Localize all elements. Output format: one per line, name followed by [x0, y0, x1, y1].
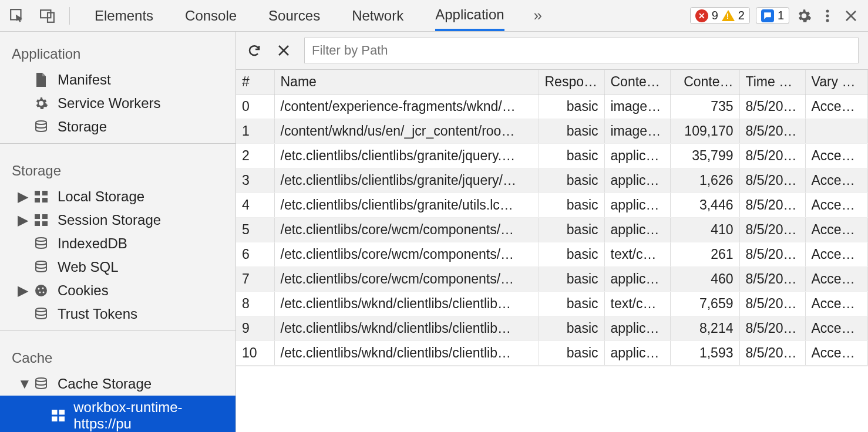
cell-response: basic [539, 292, 604, 316]
cell-content-type: applic… [604, 316, 670, 341]
cell-name: /etc.clientlibs/clientlibs/granite/jquer… [274, 144, 539, 168]
cell-index: 7 [236, 267, 274, 292]
sidebar-item-websql[interactable]: Web SQL [0, 255, 235, 279]
sidebar-item-indexeddb[interactable]: IndexedDB [0, 232, 235, 255]
settings-icon[interactable] [795, 7, 813, 25]
collapse-arrow-icon[interactable]: ▼ [18, 376, 25, 392]
col-content-length[interactable]: Conte… [670, 70, 739, 95]
svg-point-15 [36, 238, 46, 241]
more-options-icon[interactable] [819, 7, 836, 25]
application-sidebar: Application Manifest Service Workers Sto… [0, 32, 236, 432]
refresh-icon[interactable] [245, 42, 263, 59]
tab-application[interactable]: Application [435, 0, 504, 31]
cell-content-type: applic… [604, 193, 670, 218]
svg-rect-26 [52, 417, 57, 421]
svg-rect-12 [42, 214, 48, 219]
expand-arrow-icon[interactable]: ▶ [18, 188, 25, 205]
cell-vary: Accep… [805, 193, 868, 218]
message-count: 1 [778, 9, 784, 22]
cookie-icon [33, 284, 49, 297]
cache-table-wrap: # Name Respo… Conte… Conte… Time … Vary … [236, 70, 868, 366]
col-response[interactable]: Respo… [539, 70, 604, 95]
expand-arrow-icon[interactable]: ▶ [18, 282, 25, 299]
tab-network[interactable]: Network [352, 1, 403, 30]
inspect-element-icon[interactable] [8, 7, 26, 25]
sidebar-item-cookies[interactable]: ▶ Cookies [0, 279, 235, 302]
cell-vary: Accep… [805, 144, 868, 168]
cell-content-type: applic… [604, 267, 670, 292]
table-row[interactable]: 1/content/wknd/us/en/_jcr_content/roo…ba… [236, 119, 868, 144]
table-row[interactable]: 7/etc.clientlibs/core/wcm/components/…ba… [236, 267, 868, 292]
cell-vary: Accep… [805, 292, 868, 316]
svg-point-4 [826, 14, 829, 17]
cell-vary: Accep… [805, 341, 868, 366]
table-row[interactable]: 9/etc.clientlibs/wknd/clientlibs/clientl… [236, 316, 868, 341]
table-row[interactable]: 4/etc.clientlibs/clientlibs/granite/util… [236, 193, 868, 218]
cell-time: 8/5/20… [739, 144, 805, 168]
section-storage: Storage [0, 148, 235, 185]
database-icon [33, 377, 49, 390]
sidebar-item-session-storage[interactable]: ▶ Session Storage [0, 208, 235, 232]
grid-icon [33, 214, 49, 226]
warning-count: 2 [738, 9, 745, 22]
svg-point-6 [36, 121, 46, 124]
svg-point-23 [36, 378, 46, 382]
table-row[interactable]: 8/etc.clientlibs/wknd/clientlibs/clientl… [236, 292, 868, 316]
svg-rect-11 [35, 214, 40, 219]
svg-point-20 [39, 292, 41, 293]
table-row[interactable]: 3/etc.clientlibs/clientlibs/granite/jque… [236, 168, 868, 193]
table-row[interactable]: 2/etc.clientlibs/clientlibs/granite/jque… [236, 144, 868, 168]
cell-index: 5 [236, 218, 274, 242]
col-time[interactable]: Time … [739, 70, 805, 95]
svg-point-22 [36, 308, 46, 312]
col-index[interactable]: # [236, 70, 274, 95]
table-row[interactable]: 10/etc.clientlibs/wknd/clientlibs/client… [236, 341, 868, 366]
cell-content-length: 8,214 [670, 316, 739, 341]
cell-time: 8/5/20… [739, 119, 805, 144]
tab-elements[interactable]: Elements [95, 1, 153, 30]
col-content-type[interactable]: Conte… [604, 70, 670, 95]
sidebar-label: Manifest [58, 72, 111, 88]
col-name[interactable]: Name [274, 70, 539, 95]
close-icon[interactable] [842, 7, 860, 25]
col-vary[interactable]: Vary H… [805, 70, 868, 95]
sidebar-item-cache-storage[interactable]: ▼ Cache Storage [0, 372, 235, 396]
cell-content-length: 35,799 [670, 144, 739, 168]
database-icon [33, 120, 49, 133]
error-warning-badge[interactable]: ✕ 9 2 [690, 7, 750, 24]
table-row[interactable]: 0/content/experience-fragments/wknd/…bas… [236, 95, 868, 119]
sidebar-item-trust-tokens[interactable]: Trust Tokens [0, 302, 235, 326]
device-toolbar-icon[interactable] [39, 7, 56, 25]
devtools-toolbar: Elements Console Sources Network Applica… [0, 0, 868, 32]
cell-time: 8/5/20… [739, 316, 805, 341]
cell-time: 8/5/20… [739, 95, 805, 119]
database-icon [33, 261, 49, 274]
table-row[interactable]: 5/etc.clientlibs/core/wcm/components/…ba… [236, 218, 868, 242]
tab-console[interactable]: Console [185, 1, 237, 30]
cell-response: basic [539, 242, 604, 267]
sidebar-item-storage[interactable]: Storage [0, 115, 235, 139]
sidebar-item-workbox-runtime[interactable]: workbox-runtime-https://pu [0, 396, 235, 432]
table-header-row: # Name Respo… Conte… Conte… Time … Vary … [236, 70, 868, 95]
svg-rect-7 [35, 191, 40, 195]
cell-vary: Accep… [805, 316, 868, 341]
cell-name: /etc.clientlibs/wknd/clientlibs/clientli… [274, 316, 539, 341]
cell-content-length: 410 [670, 218, 739, 242]
expand-arrow-icon[interactable]: ▶ [18, 212, 25, 228]
cell-content-type: applic… [604, 341, 670, 366]
issues-badge[interactable]: 1 [756, 7, 789, 24]
sidebar-item-manifest[interactable]: Manifest [0, 68, 235, 92]
sidebar-item-local-storage[interactable]: ▶ Local Storage [0, 185, 235, 208]
more-tabs-icon[interactable]: » [534, 6, 542, 25]
cell-response: basic [539, 218, 604, 242]
table-row[interactable]: 6/etc.clientlibs/core/wcm/components/…ba… [236, 242, 868, 267]
cache-content: # Name Respo… Conte… Conte… Time … Vary … [236, 32, 868, 432]
filter-input[interactable] [304, 38, 859, 63]
error-icon: ✕ [695, 9, 708, 22]
svg-rect-8 [42, 191, 48, 195]
toolbar-right: ✕ 9 2 1 [690, 7, 860, 25]
sidebar-item-service-workers[interactable]: Service Workers [0, 92, 235, 115]
toolbar-separator [69, 7, 70, 25]
tab-sources[interactable]: Sources [268, 1, 320, 30]
clear-icon[interactable] [275, 42, 292, 59]
